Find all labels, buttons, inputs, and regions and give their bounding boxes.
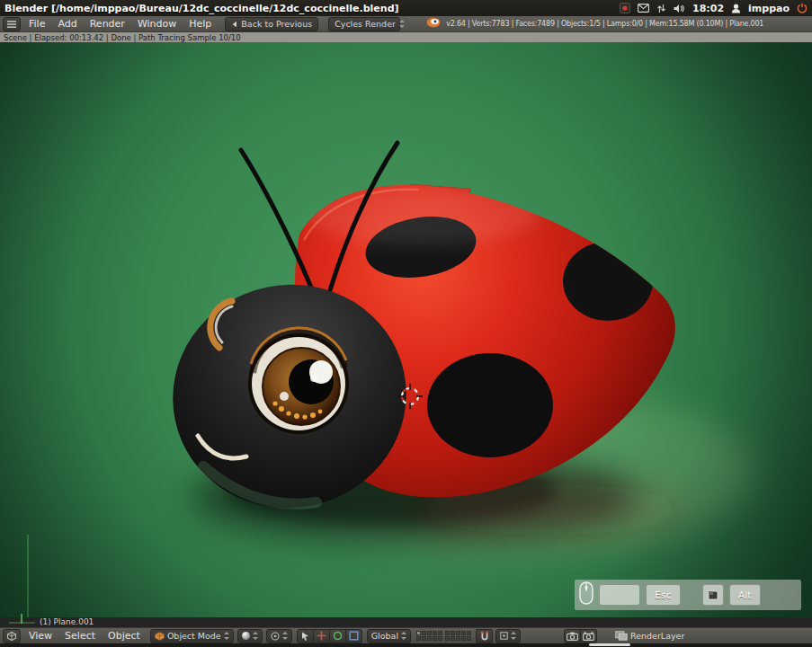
menu-add[interactable]: Add	[51, 16, 83, 31]
mode-select[interactable]: Object Mode	[150, 629, 234, 643]
layer-cell[interactable]	[427, 631, 432, 635]
translate-manipulator-button[interactable]	[314, 629, 330, 643]
layer-cell[interactable]	[416, 636, 421, 641]
transform-orientation-select[interactable]: Global	[367, 629, 411, 643]
blender-logo	[426, 17, 441, 31]
editor-type-button-3d[interactable]	[3, 629, 21, 643]
user-icon[interactable]	[731, 4, 741, 13]
editor-type-button[interactable]	[3, 17, 21, 31]
render-layer-icon	[615, 631, 628, 641]
screencast-keys-overlay: Esc Alt	[575, 580, 801, 610]
viewport-shading-select[interactable]	[237, 629, 263, 643]
pivot-point-select[interactable]	[266, 629, 292, 643]
shading-sphere-icon	[242, 632, 250, 640]
scrollbar-handle[interactable]	[589, 643, 630, 646]
layer-cell[interactable]	[416, 631, 421, 635]
render-still-button[interactable]	[564, 629, 581, 643]
render-result-image	[0, 42, 812, 617]
info-editor-icon	[7, 21, 16, 28]
active-object-info: (1) Plane.001	[40, 617, 94, 626]
back-to-previous-button[interactable]: Back to Previous	[225, 17, 318, 31]
layer-cell[interactable]	[456, 631, 460, 635]
clock[interactable]: 18:02	[692, 3, 724, 14]
layer-cell[interactable]	[438, 631, 442, 635]
manipulator-buttons	[297, 629, 362, 643]
layer-cell[interactable]	[422, 631, 426, 635]
menu-view[interactable]: View	[22, 629, 58, 643]
layer-cell[interactable]	[422, 636, 426, 641]
indicator-icon[interactable]	[620, 3, 630, 13]
mini-axis-icon	[7, 610, 38, 627]
scene-statistics: v2.64 | Verts:7783 | Faces:7489 | Object…	[446, 20, 763, 28]
bottom-scrollbar	[0, 643, 812, 647]
object-mode-icon	[155, 632, 165, 641]
mouse-icon	[579, 581, 593, 608]
screencast-key-slot	[599, 584, 640, 606]
viewport-bottom-strip: (1) Plane.001	[0, 617, 812, 627]
viewport-3d[interactable]: Esc Alt (1) Plane.001	[0, 42, 812, 627]
menu-file[interactable]: File	[22, 16, 51, 31]
network-icon[interactable]	[656, 4, 666, 13]
system-tray: 18:02 imppao	[620, 3, 812, 14]
layer-cell[interactable]	[433, 636, 437, 641]
translate-manipulator-icon	[317, 631, 326, 641]
screencast-key-esc: Esc	[646, 584, 681, 606]
layer-cell[interactable]	[438, 636, 442, 641]
menu-render[interactable]: Render	[84, 16, 131, 31]
camera-film-icon	[583, 632, 594, 641]
camera-icon	[567, 632, 578, 641]
back-arrow-icon	[231, 21, 237, 28]
layer-cell[interactable]	[467, 636, 471, 641]
scale-manipulator-icon	[349, 631, 359, 641]
layer-cell[interactable]	[456, 636, 460, 641]
render-status-text: Scene | Elapsed: 00:13.42 | Done | Path …	[4, 33, 241, 42]
pivot-icon	[271, 632, 280, 641]
rotate-manipulator-button[interactable]	[330, 629, 346, 643]
mail-icon[interactable]	[638, 4, 649, 13]
dropdown-arrows-icon	[253, 632, 258, 640]
username[interactable]: imppao	[748, 3, 790, 14]
layer-cell[interactable]	[427, 636, 432, 641]
dropdown-arrows-icon	[282, 632, 288, 640]
render-engine-select[interactable]: Cycles Render	[328, 17, 400, 31]
snap-toggle-button[interactable]	[476, 629, 493, 643]
layer-cell[interactable]	[461, 636, 466, 641]
titlebar: Blender [/home/imppao/Bureau/12dc_coccin…	[0, 0, 812, 16]
dropdown-arrows-icon	[511, 632, 516, 640]
menu-object[interactable]: Object	[102, 629, 147, 643]
menu-help[interactable]: Help	[183, 16, 218, 31]
view3d-header: View Select Object Object Mode	[0, 627, 812, 643]
dropdown-arrows-icon	[224, 632, 229, 640]
layer-cell[interactable]	[451, 636, 455, 641]
render-status-bar: Scene | Elapsed: 00:13.42 | Done | Path …	[0, 32, 812, 42]
dropdown-arrows-icon	[399, 20, 405, 28]
screencast-key-alt: Alt	[729, 584, 761, 606]
rotate-manipulator-icon	[333, 631, 343, 641]
info-header: File Add Render Window Help Back to Prev…	[0, 16, 812, 32]
layer-cell[interactable]	[451, 631, 455, 635]
layers-widget	[416, 631, 471, 641]
render-shortcut-buttons	[564, 629, 597, 643]
menu-select[interactable]: Select	[58, 629, 102, 643]
layer-cell[interactable]	[433, 631, 437, 635]
pointer-icon	[301, 632, 309, 641]
scale-manipulator-button[interactable]	[346, 629, 362, 643]
render-layer-select[interactable]: RenderLayer	[611, 629, 689, 643]
menu-window[interactable]: Window	[131, 16, 183, 31]
layer-cell[interactable]	[461, 631, 466, 635]
manipulator-toggle-button[interactable]	[297, 629, 314, 643]
layer-cell[interactable]	[467, 631, 471, 635]
mouse-action-icon	[702, 584, 724, 606]
volume-icon[interactable]	[674, 4, 685, 13]
layer-cell[interactable]	[445, 636, 450, 641]
layer-cell[interactable]	[445, 631, 450, 635]
blender-window: Blender [/home/imppao/Bureau/12dc_coccin…	[0, 0, 812, 647]
snap-element-select[interactable]	[495, 629, 521, 643]
view3d-editor-icon	[7, 632, 16, 641]
magnet-icon	[480, 631, 489, 642]
snap-element-icon	[500, 632, 508, 640]
power-icon[interactable]	[797, 3, 808, 13]
render-animation-button[interactable]	[581, 629, 597, 643]
dropdown-arrows-icon	[401, 632, 406, 640]
window-title: Blender [/home/imppao/Bureau/12dc_coccin…	[0, 3, 399, 14]
